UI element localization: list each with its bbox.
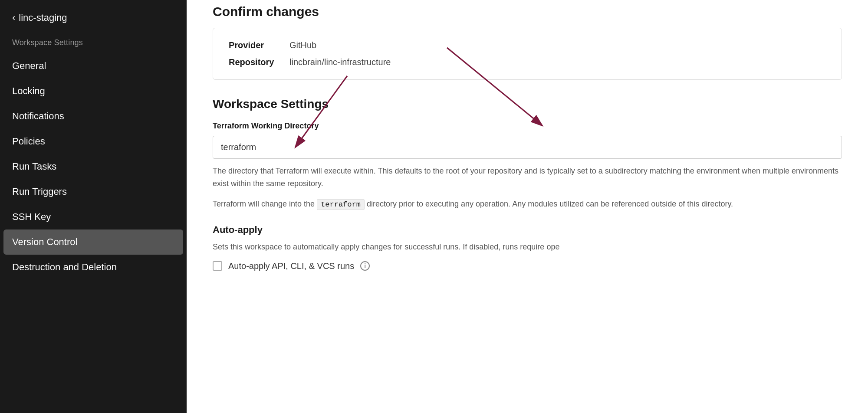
provider-value: GitHub [289, 40, 316, 50]
sidebar-section-label: Workspace Settings [0, 34, 187, 53]
sidebar-item-notifications[interactable]: Notifications [0, 104, 187, 129]
autoapply-checkbox[interactable] [213, 261, 222, 271]
sidebar-item-destruction-deletion[interactable]: Destruction and Deletion [0, 255, 187, 280]
sidebar-item-run-triggers[interactable]: Run Triggers [0, 179, 187, 204]
sidebar-item-run-tasks[interactable]: Run Tasks [0, 154, 187, 179]
confirm-box: Provider GitHub Repository lincbrain/lin… [213, 28, 842, 80]
sidebar-item-version-control[interactable]: Version Control [3, 229, 183, 255]
terraform-dir-description-1: The directory that Terraform will execut… [213, 165, 842, 190]
autoapply-checkbox-row: Auto-apply API, CLI, & VCS runs i [213, 261, 842, 271]
back-arrow-icon: ‹ [12, 12, 15, 23]
autoapply-checkbox-label: Auto-apply API, CLI, & VCS runs [228, 261, 354, 271]
repository-value: lincbrain/linc-infrastructure [289, 57, 391, 67]
sidebar-item-ssh-key[interactable]: SSH Key [0, 204, 187, 229]
autoapply-title: Auto-apply [213, 224, 842, 236]
main-content: Confirm changes Provider GitHub Reposito… [187, 0, 868, 413]
provider-row: Provider GitHub [229, 40, 826, 50]
confirm-changes-title: Confirm changes [213, 0, 842, 19]
sidebar-back-button[interactable]: ‹ linc-staging [0, 0, 187, 34]
sidebar: ‹ linc-staging Workspace Settings Genera… [0, 0, 187, 413]
terraform-dir-input[interactable] [213, 136, 842, 159]
terraform-code-inline: terraform [317, 199, 365, 210]
info-icon[interactable]: i [360, 261, 370, 271]
terraform-dir-description-2: Terraform will change into the terraform… [213, 198, 842, 210]
terraform-dir-label: Terraform Working Directory [213, 121, 842, 131]
repository-row: Repository lincbrain/linc-infrastructure [229, 57, 826, 67]
sidebar-item-locking[interactable]: Locking [0, 79, 187, 104]
repository-label: Repository [229, 57, 289, 67]
workspace-settings-section-title: Workspace Settings [213, 97, 842, 111]
sidebar-item-policies[interactable]: Policies [0, 129, 187, 154]
provider-label: Provider [229, 40, 289, 50]
autoapply-description: Sets this workspace to automatically app… [213, 241, 842, 253]
workspace-name: linc-staging [19, 12, 67, 23]
sidebar-item-general[interactable]: General [0, 53, 187, 79]
